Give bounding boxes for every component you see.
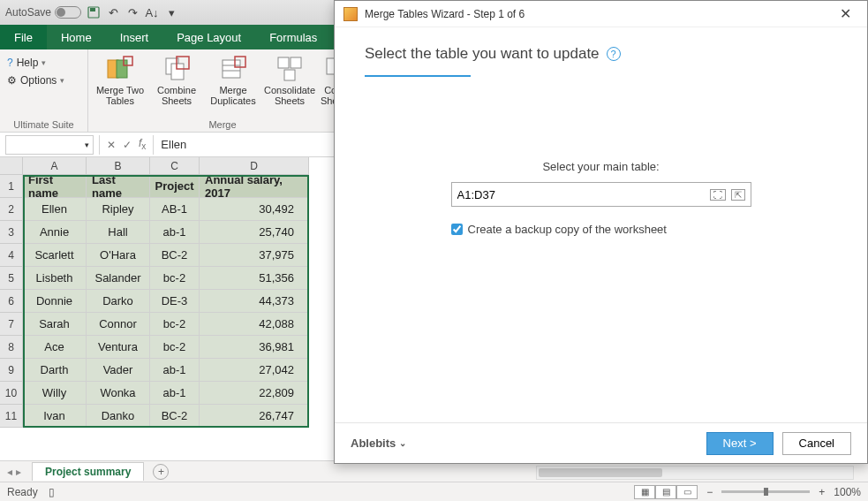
cell[interactable]: Ventura (87, 336, 150, 359)
column-header-cell[interactable]: Project (150, 175, 200, 198)
tab-insert[interactable]: Insert (106, 25, 163, 49)
cell[interactable]: Ace (23, 336, 87, 359)
cell[interactable]: Darth (23, 359, 87, 382)
cell[interactable]: AB-1 (150, 198, 200, 221)
cell[interactable]: 26,747 (200, 405, 309, 428)
cell[interactable]: Vader (87, 359, 150, 382)
footer-brand[interactable]: Ablebits ⌄ (351, 436, 406, 450)
autosave-toggle[interactable]: AutoSave (5, 6, 81, 19)
macro-record-icon[interactable]: ▯ (49, 486, 55, 498)
help-icon[interactable]: ? (607, 47, 621, 61)
cell[interactable]: 30,492 (200, 198, 309, 221)
cell[interactable]: Willy (23, 382, 87, 405)
col-header[interactable]: D (200, 157, 309, 174)
cell[interactable]: Ripley (87, 198, 150, 221)
dialog-titlebar[interactable]: Merge Tables Wizard - Step 1 of 6 ✕ (335, 1, 867, 27)
confirm-formula-icon[interactable]: ✓ (123, 139, 132, 151)
undo-icon[interactable]: ↶ (106, 5, 120, 19)
row-header[interactable]: 7 (0, 313, 22, 336)
cancel-formula-icon[interactable]: ✕ (107, 139, 116, 151)
cell[interactable]: O'Hara (87, 244, 150, 267)
cell[interactable]: Donnie (23, 290, 87, 313)
zoom-in-button[interactable]: + (819, 486, 825, 498)
cell[interactable]: 51,356 (200, 267, 309, 290)
col-header[interactable]: B (87, 157, 150, 174)
row-header[interactable]: 1 (0, 175, 22, 198)
cell[interactable]: Wonka (87, 382, 150, 405)
column-header-cell[interactable]: Annual salary, 2017 (200, 175, 309, 198)
options-button[interactable]: ⚙ Options ▾ (7, 74, 80, 87)
cell[interactable]: Sarah (23, 313, 87, 336)
col-header[interactable]: C (150, 157, 200, 174)
cell[interactable]: 44,373 (200, 290, 309, 313)
zoom-thumb[interactable] (764, 488, 768, 496)
view-page-break-button[interactable]: ▭ (676, 485, 698, 499)
cell[interactable]: Scarlett (23, 244, 87, 267)
column-header-cell[interactable]: First name (23, 175, 87, 198)
expand-selection-icon[interactable]: ⛶ (710, 189, 726, 201)
cell[interactable]: ab-1 (150, 359, 200, 382)
cell[interactable]: Salander (87, 267, 150, 290)
save-icon[interactable] (87, 5, 101, 19)
cell[interactable]: 36,981 (200, 336, 309, 359)
merge-duplicates-button[interactable]: Merge Duplicates (205, 51, 261, 106)
name-box[interactable]: ▾ (5, 135, 94, 155)
col-header[interactable]: A (23, 157, 87, 174)
backup-checkbox-row[interactable]: Create a backup copy of the worksheet (451, 223, 751, 236)
zoom-slider[interactable] (721, 490, 810, 493)
row-header[interactable]: 2 (0, 198, 22, 221)
merge-two-tables-button[interactable]: Merge Two Tables (92, 51, 148, 106)
backup-checkbox[interactable] (451, 224, 463, 235)
combine-sheets-button[interactable]: Combine Sheets (148, 51, 205, 106)
cell[interactable]: BC-2 (150, 244, 200, 267)
add-sheet-button[interactable]: + (153, 464, 169, 480)
row-header[interactable]: 3 (0, 221, 22, 244)
tab-home[interactable]: Home (47, 25, 106, 49)
tab-page-layout[interactable]: Page Layout (162, 25, 255, 49)
cell[interactable]: bc-2 (150, 313, 200, 336)
cell[interactable]: BC-2 (150, 405, 200, 428)
cell[interactable]: 27,042 (200, 359, 309, 382)
redo-icon[interactable]: ↷ (125, 5, 140, 19)
cell[interactable]: Ellen (23, 198, 87, 221)
range-input[interactable] (457, 188, 687, 201)
cell[interactable]: Lisbeth (23, 267, 87, 290)
fx-icon[interactable]: fx (139, 137, 146, 151)
cell[interactable]: 22,809 (200, 382, 309, 405)
cell[interactable]: Hall (87, 221, 150, 244)
zoom-out-button[interactable]: − (706, 486, 713, 498)
cell[interactable]: bc-2 (150, 336, 200, 359)
customize-qat-icon[interactable]: ▾ (164, 5, 178, 19)
cell[interactable]: bc-2 (150, 267, 200, 290)
cell[interactable]: 42,088 (200, 313, 309, 336)
row-header[interactable]: 8 (0, 336, 22, 359)
cell[interactable]: Connor (87, 313, 150, 336)
tab-file[interactable]: File (0, 25, 47, 49)
cell[interactable]: DE-3 (150, 290, 200, 313)
sheet-nav-last-icon[interactable]: ▸ (16, 466, 21, 478)
row-header[interactable]: 11 (0, 405, 22, 428)
scrollbar-thumb[interactable] (539, 468, 662, 477)
row-header[interactable]: 5 (0, 267, 22, 290)
cell[interactable]: Annie (23, 221, 87, 244)
column-header-cell[interactable]: Last name (87, 175, 150, 198)
close-icon[interactable]: ✕ (833, 2, 858, 26)
cell[interactable]: ab-1 (150, 382, 200, 405)
consolidate-sheets-button[interactable]: Consolidate Sheets (261, 51, 318, 106)
cancel-button[interactable]: Cancel (782, 432, 851, 455)
view-page-layout-button[interactable]: ▤ (655, 485, 676, 499)
next-button[interactable]: Next > (706, 432, 774, 455)
row-header[interactable]: 10 (0, 382, 22, 405)
tab-formulas[interactable]: Formulas (255, 25, 331, 49)
sheet-nav-first-icon[interactable]: ◂ (7, 466, 12, 478)
cell[interactable]: 25,740 (200, 221, 309, 244)
sheet-tab-active[interactable]: Project summary (32, 462, 144, 481)
cell[interactable]: Darko (87, 290, 150, 313)
toggle-pill[interactable] (55, 6, 81, 19)
select-all-corner[interactable] (0, 157, 23, 175)
collapse-range-icon[interactable]: ⇱ (731, 189, 745, 201)
cell[interactable]: 37,975 (200, 244, 309, 267)
help-button[interactable]: ? Help ▾ (7, 57, 80, 69)
row-header[interactable]: 6 (0, 290, 22, 313)
sort-icon[interactable]: A↓ (145, 5, 159, 19)
